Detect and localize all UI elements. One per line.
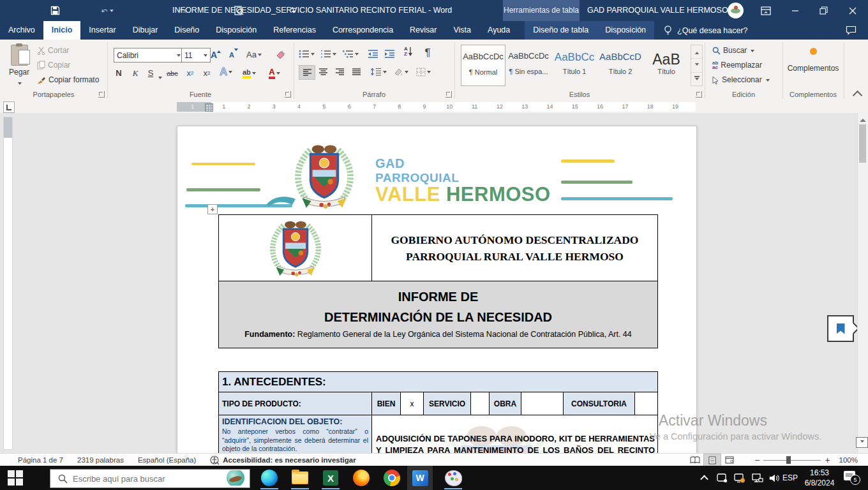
align-left-button[interactable] xyxy=(299,65,315,80)
clear-formatting-button[interactable] xyxy=(274,48,287,61)
accessibility-status[interactable]: Accesibilidad: es necesario investigar xyxy=(210,456,355,465)
font-family-combo[interactable]: Calibri xyxy=(114,48,184,63)
text-effects-button[interactable]: A xyxy=(220,65,232,78)
feedback-icon[interactable] xyxy=(846,26,857,38)
fuente-dialog-launcher[interactable] xyxy=(285,91,291,98)
strikethrough-button[interactable]: abc xyxy=(166,66,179,80)
tab-inicio[interactable]: Inicio xyxy=(43,21,81,40)
format-painter-button[interactable]: Copiar formato xyxy=(37,75,99,84)
taskbar-chrome-icon[interactable] xyxy=(380,470,403,486)
tab-revisar[interactable]: Revisar xyxy=(401,21,445,40)
zoom-slider-knob[interactable] xyxy=(786,456,791,464)
style-titulo-1[interactable]: AaBbCc Título 1 xyxy=(553,45,596,85)
close-button[interactable] xyxy=(839,0,867,21)
read-mode-button[interactable] xyxy=(687,454,703,466)
restore-button[interactable] xyxy=(809,0,837,21)
decrease-indent-button[interactable] xyxy=(366,47,379,61)
ribbon-display-options-icon[interactable] xyxy=(752,0,780,21)
replace-button[interactable]: abac Reemplazar xyxy=(712,61,762,70)
bullets-button[interactable] xyxy=(299,47,315,61)
undo-icon[interactable] xyxy=(101,4,114,17)
tray-network-icon[interactable] xyxy=(751,472,765,484)
table-move-handle-icon[interactable]: + xyxy=(207,204,218,214)
shrink-font-button[interactable]: A xyxy=(227,48,240,61)
tab-dibujar[interactable]: Dibujar xyxy=(124,21,167,40)
consultoria-check-cell[interactable] xyxy=(634,392,657,415)
org-header-table[interactable]: GOBIERNO AUTÓNOMO DESCENTRALIZADO PARROQ… xyxy=(218,214,658,348)
account-avatar[interactable] xyxy=(728,3,744,19)
servicio-check-cell[interactable] xyxy=(470,392,489,415)
tab-disposicion[interactable]: Disposición xyxy=(207,21,265,40)
taskbar-edge-icon[interactable] xyxy=(258,470,281,486)
portapapeles-dialog-launcher[interactable] xyxy=(98,91,105,98)
copy-button[interactable]: Copiar xyxy=(37,61,70,70)
complementos-button[interactable]: Complementos xyxy=(782,46,844,73)
tell-me-box[interactable]: ¿Qué desea hacer? xyxy=(663,21,748,40)
sort-button[interactable]: AZ xyxy=(402,45,415,58)
account-name[interactable]: GAD PARROQUIAL VALLE HERMOSO xyxy=(587,0,724,21)
vertical-scrollbar[interactable] xyxy=(857,113,868,453)
parrafo-dialog-launcher[interactable] xyxy=(445,91,452,98)
document-page[interactable]: GAD PARROQUIAL VALLE HERMOSO + GOBIERNO … xyxy=(177,126,697,453)
bold-button[interactable]: N xyxy=(112,66,125,80)
tab-stop-selector[interactable] xyxy=(3,101,15,113)
taskbar-firefox-icon[interactable] xyxy=(350,470,373,486)
multilevel-list-button[interactable] xyxy=(342,47,359,61)
subscript-button[interactable]: x2 xyxy=(184,66,197,80)
cut-button[interactable]: Cortar xyxy=(37,46,69,55)
zoom-in-button[interactable]: + xyxy=(825,455,830,465)
tray-display-orange-badge-icon[interactable] xyxy=(733,472,747,484)
zoom-out-button[interactable]: − xyxy=(754,455,760,465)
borders-button[interactable] xyxy=(416,65,431,78)
identificacion-value-cell[interactable]: ADQUISICIÓN DE TAPONES PARA INODORO, KIT… xyxy=(371,415,657,453)
estilos-dialog-launcher[interactable] xyxy=(696,91,702,98)
tab-correspondencia[interactable]: Correspondencia xyxy=(324,21,401,40)
justify-button[interactable] xyxy=(350,65,363,78)
highlight-button[interactable]: ab xyxy=(243,66,256,80)
taskbar-file-explorer-icon[interactable] xyxy=(288,470,311,486)
zoom-level[interactable]: 100% xyxy=(839,456,858,464)
styles-gallery-scroll[interactable] xyxy=(691,45,703,86)
notification-center-icon[interactable]: 5 xyxy=(844,471,858,482)
bien-check-cell[interactable]: x xyxy=(400,392,423,415)
minimize-button[interactable] xyxy=(781,0,809,21)
start-button[interactable] xyxy=(8,470,23,486)
line-spacing-button[interactable] xyxy=(370,65,387,78)
tray-tablet-icon[interactable] xyxy=(715,472,729,484)
style-titulo[interactable]: AaB Título xyxy=(645,45,688,85)
word-count[interactable]: 2319 palabras xyxy=(77,456,124,464)
taskbar-search[interactable] xyxy=(50,469,250,488)
styles-gallery-more-icon[interactable] xyxy=(691,73,702,85)
tab-vista[interactable]: Vista xyxy=(445,21,479,40)
underline-dropdown[interactable] xyxy=(158,77,162,81)
page-indicator[interactable]: Página 1 de 7 xyxy=(18,456,63,464)
zoom-slider[interactable] xyxy=(763,454,821,466)
grow-font-button[interactable]: A xyxy=(209,48,222,61)
tab-insertar[interactable]: Insertar xyxy=(80,21,124,40)
tab-diseno[interactable]: Diseño xyxy=(166,21,207,40)
style-normal[interactable]: AaBbCcDc ¶ Normal xyxy=(461,45,505,86)
tray-language-badge[interactable]: ESP xyxy=(782,473,798,482)
language-indicator[interactable]: Español (España) xyxy=(138,456,196,464)
antecedentes-table[interactable]: 1. ANTECEDENTES: TIPO DE PRODUCTO: BIEN … xyxy=(218,371,658,453)
scroll-up-icon[interactable] xyxy=(860,115,866,122)
print-layout-button[interactable] xyxy=(703,454,721,466)
bookmark-flag-button[interactable] xyxy=(827,315,854,342)
underline-button[interactable]: S xyxy=(144,66,157,80)
select-button[interactable]: Seleccionar xyxy=(712,75,770,84)
font-size-combo[interactable]: 11 xyxy=(181,48,211,63)
align-center-button[interactable] xyxy=(317,65,329,78)
style-sin-espaciado[interactable]: AaBbCcDc ¶ Sin espa... xyxy=(507,45,550,85)
tab-disposicion-tabla[interactable]: Disposición xyxy=(597,21,654,40)
scrollbar-thumb[interactable] xyxy=(859,124,866,163)
align-right-button[interactable] xyxy=(333,65,346,78)
tray-chevron-up-icon[interactable] xyxy=(697,472,711,484)
font-color-button[interactable]: A xyxy=(268,66,281,80)
styles-scroll-up-icon[interactable] xyxy=(691,45,702,59)
obra-check-cell[interactable] xyxy=(521,392,563,415)
taskbar-excel-icon[interactable]: X xyxy=(319,470,342,486)
shading-button[interactable] xyxy=(393,65,408,78)
find-button[interactable]: Buscar xyxy=(712,46,754,55)
scroll-down-button[interactable] xyxy=(856,437,868,448)
superscript-button[interactable]: x2 xyxy=(200,66,213,80)
